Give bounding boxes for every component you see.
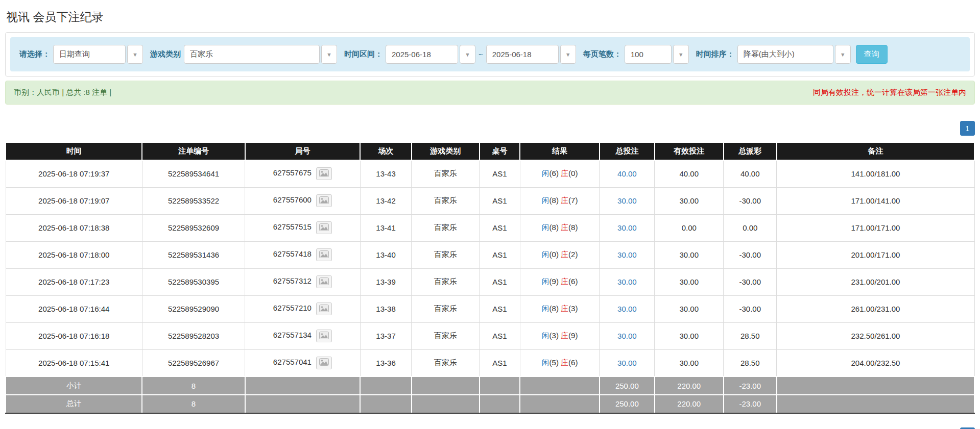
cell-table-number: AS1: [480, 160, 520, 187]
page-1-button[interactable]: 1: [960, 121, 975, 136]
query-button[interactable]: 查询: [856, 45, 888, 64]
cell-game-type: 百家乐: [412, 322, 480, 349]
footer-empty-cell: [777, 395, 974, 413]
cell-game-type: 百家乐: [412, 268, 480, 295]
date-to-arrow-button[interactable]: ▼: [560, 45, 576, 64]
result-banker-label: 庄: [561, 304, 568, 313]
cell-table-number: AS1: [480, 268, 520, 295]
total-bet-link[interactable]: 40.00: [617, 169, 637, 178]
cell-valid-bet: 40.00: [655, 160, 724, 187]
cell-total-bet: 30.00: [600, 322, 655, 349]
column-header-2: 注单编号: [142, 142, 245, 160]
cell-total-bet: 30.00: [600, 268, 655, 295]
image-icon: [319, 358, 329, 367]
time-sort-arrow-button[interactable]: ▼: [835, 45, 851, 64]
cell-round-number: 627557134: [245, 322, 361, 349]
total-bet-link[interactable]: 30.00: [617, 277, 637, 286]
image-icon: [319, 223, 329, 233]
result-banker-label: 庄: [561, 250, 568, 259]
cell-payout: 40.00: [724, 160, 777, 187]
round-image-button[interactable]: [316, 194, 332, 207]
image-icon: [319, 332, 329, 341]
cell-session: 13-38: [360, 295, 412, 322]
date-from-input[interactable]: 2025-06-18: [386, 45, 458, 64]
time-sort-dropdown[interactable]: 降幂(由大到小): [737, 45, 833, 64]
cell-total-bet: 30.00: [600, 214, 655, 241]
summary-bar: 币别：人民币 | 总共 :8 注单 | 同局有效投注，统一计算在该局第一张注单内: [5, 81, 975, 105]
footer-empty-cell: [412, 395, 480, 413]
game-type-arrow-button[interactable]: ▼: [321, 45, 337, 64]
cell-total-bet: 40.00: [600, 160, 655, 187]
time-sort-label: 时间排序：: [696, 49, 734, 59]
page-1-button[interactable]: 1: [960, 427, 975, 429]
footer-valid-bet: 220.00: [655, 395, 724, 413]
image-icon: [319, 250, 329, 260]
column-header-1: 时间: [6, 142, 142, 160]
cell-time: 2025-06-18 07:16:44: [6, 295, 142, 322]
cell-result: 闲(8) 庄(8): [520, 214, 600, 241]
result-player-label: 闲: [542, 223, 549, 232]
total-bet-link[interactable]: 30.00: [617, 223, 637, 232]
page-size-label: 每页笔数：: [583, 49, 622, 59]
round-image-button[interactable]: [316, 221, 332, 234]
date-from-arrow-button[interactable]: ▼: [460, 45, 475, 64]
chevron-down-icon: ▼: [132, 52, 138, 58]
table-header-row: 时间注单编号局号场次游戏类别桌号结果总投注有效投注总派彩备注: [6, 142, 974, 160]
total-bet-link[interactable]: 30.00: [617, 250, 637, 259]
cell-session: 13-39: [360, 268, 412, 295]
select-type-arrow-button[interactable]: ▼: [127, 45, 143, 64]
cell-remark: 171.00/141.00: [777, 187, 974, 214]
date-to-input[interactable]: 2025-06-18: [486, 45, 559, 64]
cell-result: 闲(0) 庄(2): [520, 241, 600, 268]
result-banker-label: 庄: [561, 331, 568, 340]
cell-session: 13-41: [360, 214, 412, 241]
cell-round-number: 627557515: [245, 214, 361, 241]
cell-round-number: 627557418: [245, 241, 361, 268]
game-type-dropdown[interactable]: 百家乐: [184, 45, 320, 64]
round-image-button[interactable]: [316, 167, 332, 180]
result-player-label: 闲: [542, 196, 549, 205]
cell-remark: 201.00/171.00: [777, 241, 974, 268]
cell-bet-number: 522589529090: [142, 295, 245, 322]
page-size-arrow-button[interactable]: ▼: [673, 45, 689, 64]
page: 视讯 会员下注纪录 请选择： 日期查询 ▼ 游戏类别 百家乐 ▼ 时间区间： 2…: [0, 0, 980, 429]
date-range-separator: ~: [479, 50, 483, 59]
footer-empty-cell: [245, 395, 361, 413]
cell-payout: 28.50: [724, 322, 777, 349]
footer-empty-cell: [777, 376, 974, 395]
round-image-button[interactable]: [316, 275, 332, 288]
cell-remark: 232.50/261.00: [777, 322, 974, 349]
cell-result: 闲(9) 庄(6): [520, 268, 600, 295]
round-image-button[interactable]: [316, 248, 332, 261]
round-image-button[interactable]: [316, 330, 332, 342]
cell-time: 2025-06-18 07:15:41: [6, 349, 142, 376]
cell-round-number: 627557041: [245, 349, 361, 376]
page-title: 视讯 会员下注纪录: [6, 9, 974, 25]
table-row: 2025-06-18 07:16:18522589528203627557134…: [6, 322, 974, 349]
footer-total-bet: 250.00: [600, 376, 655, 395]
total-bet-link[interactable]: 30.00: [617, 359, 637, 367]
result-banker-label: 庄: [561, 196, 568, 205]
round-image-button[interactable]: [316, 302, 332, 315]
total-bet-link[interactable]: 30.00: [617, 196, 637, 205]
cell-result: 闲(8) 庄(3): [520, 295, 600, 322]
cell-remark: 261.00/231.00: [777, 295, 974, 322]
cell-game-type: 百家乐: [412, 349, 480, 376]
page-size-dropdown[interactable]: 100: [625, 45, 672, 64]
result-player-label: 闲: [542, 331, 549, 340]
cell-payout: -30.00: [724, 295, 777, 322]
game-type-label: 游戏类别: [150, 49, 181, 59]
total-bet-link[interactable]: 30.00: [617, 305, 637, 313]
cell-round-number: 627557210: [245, 295, 361, 322]
column-header-11: 备注: [777, 142, 974, 160]
table-row: 2025-06-18 07:18:00522589531436627557418…: [6, 241, 974, 268]
column-header-7: 结果: [520, 142, 600, 160]
round-image-button[interactable]: [316, 357, 332, 369]
cell-time: 2025-06-18 07:18:00: [6, 241, 142, 268]
cell-game-type: 百家乐: [412, 160, 480, 187]
cell-time: 2025-06-18 07:18:38: [6, 214, 142, 241]
total-bet-link[interactable]: 30.00: [617, 332, 637, 340]
column-header-5: 游戏类别: [412, 142, 480, 160]
select-type-dropdown[interactable]: 日期查询: [53, 45, 126, 64]
round-number-text: 627557210: [273, 304, 312, 312]
